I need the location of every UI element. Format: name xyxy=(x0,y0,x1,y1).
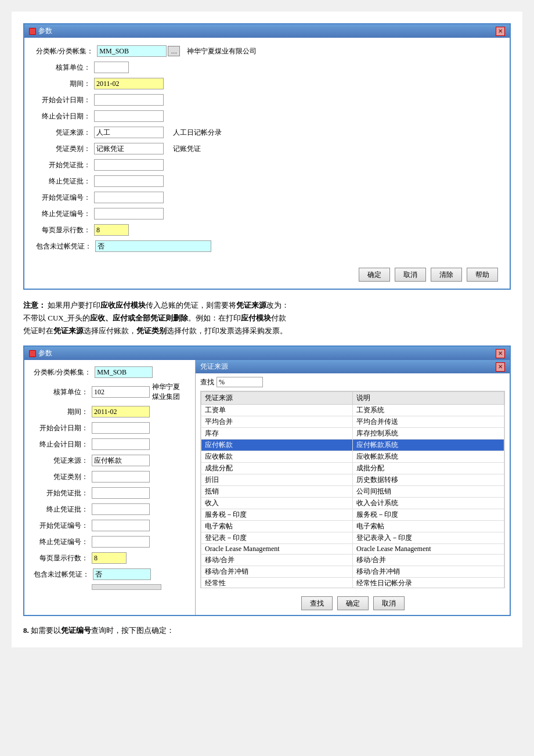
d2-accounting-label: 核算单位： xyxy=(34,387,92,397)
dropdown-table: 凭证来源 说明 工资单工资系统平均合并平均合并传送库存库存控制系统应付帐款应付帐… xyxy=(201,391,504,588)
start-approve-row: 开始凭证批： xyxy=(36,159,498,171)
note-field2: 应收、应付或全部凭证则删除 xyxy=(90,314,188,322)
dialog2-close-button[interactable]: ✕ xyxy=(496,349,505,358)
dialog2: 参数 ✕ 分类帐/分类帐集： 核算单位： 神华宁夏煤业集团 期间： xyxy=(23,345,511,616)
dialog1-close-button[interactable]: ✕ xyxy=(496,27,505,36)
voucher-type-label: 凭证类别： xyxy=(36,144,94,154)
row-desc: 历史数据转移 xyxy=(353,474,504,486)
include-unposted-label: 包含未过帐凭证： xyxy=(36,242,95,251)
note-content5: 。例如：在打印 xyxy=(188,314,241,322)
table-row[interactable]: 登记表－印度登记表录入－印度 xyxy=(201,532,504,544)
cancel-button[interactable]: 取消 xyxy=(395,268,426,282)
d2-end-num-label: 终止凭证编号： xyxy=(34,537,92,547)
per-page-input[interactable] xyxy=(94,224,129,236)
row-source: 平均合并 xyxy=(201,416,353,428)
dialog1-title: 参数 xyxy=(38,26,52,36)
dialog2-right-panel: 凭证来源 ✕ 查找 凭证来源 说明 xyxy=(196,360,510,615)
table-row[interactable]: 移动/合并冲销移动/合并冲销 xyxy=(201,566,504,578)
d2-voucher-source-input[interactable] xyxy=(92,455,150,466)
table-row[interactable]: 电子索帖电子索帖 xyxy=(201,521,504,532)
per-page-label: 每页显示行数： xyxy=(36,225,94,235)
dialog2-title: 参数 xyxy=(38,348,52,358)
row-desc: 收入会计系统 xyxy=(353,498,504,509)
table-row[interactable]: Oracle Lease ManagementOracle Lease Mana… xyxy=(201,544,504,555)
d2-include-input[interactable] xyxy=(93,568,151,580)
dropdown-table-scroll[interactable]: 凭证来源 说明 工资单工资系统平均合并平均合并传送库存库存控制系统应付帐款应付帐… xyxy=(200,391,505,588)
row-source: 折旧 xyxy=(201,474,353,486)
table-row[interactable]: 工资单工资系统 xyxy=(201,405,504,416)
right-panel-close[interactable]: ✕ xyxy=(496,362,505,372)
d2-include-label: 包含未过帐凭证： xyxy=(34,570,93,579)
search-input[interactable] xyxy=(217,377,263,387)
start-approve-input[interactable] xyxy=(94,159,164,171)
confirm-button[interactable]: 确定 xyxy=(359,268,390,282)
table-row[interactable]: 应收帐款应收帐款系统 xyxy=(201,451,504,463)
dialog2-title-icon xyxy=(29,350,36,357)
table-row[interactable]: 平均合并平均合并传送 xyxy=(201,416,504,428)
d2-classify-input[interactable] xyxy=(95,366,153,378)
row-desc: Oracle Lease Management xyxy=(353,544,504,555)
dialog2-body: 分类帐/分类帐集： 核算单位： 神华宁夏煤业集团 期间： 开始会计日期： xyxy=(24,360,510,615)
note-module1: 应收应付模块 xyxy=(100,301,146,309)
d2-period-row: 期间： xyxy=(34,405,186,418)
d2-start-approve-label: 开始凭证批： xyxy=(34,488,92,498)
note-content8: 选择应付账款， xyxy=(84,326,136,335)
start-date-input[interactable] xyxy=(94,94,164,106)
table-row[interactable]: 成批分配成批分配 xyxy=(201,463,504,474)
end-date-input[interactable] xyxy=(94,110,164,122)
d2-start-num-input[interactable] xyxy=(92,520,150,531)
end-approve-label: 终止凭证批： xyxy=(36,177,94,186)
table-row[interactable]: 抵销公司间抵销 xyxy=(201,486,504,498)
end-approve-input[interactable] xyxy=(94,175,164,187)
classify-account-ellipsis[interactable]: … xyxy=(168,46,180,56)
company-name: 神华宁夏煤业有限公司 xyxy=(187,46,257,56)
end-voucher-num-input[interactable] xyxy=(94,208,164,219)
table-row[interactable]: 经常性经常性日记帐分录 xyxy=(201,578,504,589)
d2-classify-label: 分类帐/分类帐集： xyxy=(34,368,95,377)
d2-start-date-label: 开始会计日期： xyxy=(34,423,92,433)
row-desc: 经常性日记帐分录 xyxy=(353,578,504,589)
row-source: 登记表－印度 xyxy=(201,532,353,544)
start-date-label: 开始会计日期： xyxy=(36,95,94,105)
d2-per-page-input[interactable] xyxy=(92,552,127,564)
period-input[interactable] xyxy=(94,78,164,89)
d2-period-input[interactable] xyxy=(92,406,150,417)
note-section: 注意： 如果用户要打印应收应付模块传入总账的凭证，则需要将凭证来源改为： 不带以… xyxy=(23,299,511,337)
table-row[interactable]: 移动/合并移动/合并 xyxy=(201,555,504,566)
search-button[interactable]: 查找 xyxy=(301,596,333,610)
d2-end-date-input[interactable] xyxy=(92,438,150,450)
table-header: 凭证来源 说明 xyxy=(201,392,504,405)
d2-start-approve-input[interactable] xyxy=(92,487,150,499)
accounting-unit-input[interactable] xyxy=(94,62,129,73)
row-desc: 服务税－印度 xyxy=(353,509,504,521)
table-row[interactable]: 库存库存控制系统 xyxy=(201,428,504,440)
note-field3: 应付模块 xyxy=(241,314,271,322)
dialog2-right-title: 凭证来源 ✕ xyxy=(196,360,510,373)
right-confirm-button[interactable]: 确定 xyxy=(337,596,369,610)
include-unposted-input[interactable] xyxy=(95,240,211,252)
d2-end-num-input[interactable] xyxy=(92,536,150,548)
voucher-type-input[interactable] xyxy=(94,143,164,154)
classify-account-input[interactable] xyxy=(97,45,167,57)
d2-end-approve-input[interactable] xyxy=(92,503,150,515)
voucher-source-input[interactable] xyxy=(94,127,164,138)
d2-accounting-input[interactable] xyxy=(92,386,150,398)
row-source: 经常性 xyxy=(201,578,353,589)
row-source: Oracle Lease Management xyxy=(201,544,353,555)
d2-hscrollbar[interactable] xyxy=(92,584,161,590)
table-row[interactable]: 服务税－印度服务税－印度 xyxy=(201,509,504,521)
d2-start-date-input[interactable] xyxy=(92,422,150,434)
table-row[interactable]: 收入收入会计系统 xyxy=(201,498,504,509)
row-source: 移动/合并 xyxy=(201,555,353,566)
clear-button[interactable]: 清除 xyxy=(431,268,462,282)
row-desc: 工资系统 xyxy=(353,405,504,416)
help-button[interactable]: 帮助 xyxy=(467,268,498,282)
row-desc: 成批分配 xyxy=(353,463,504,474)
search-row: 查找 xyxy=(200,377,505,387)
d2-voucher-type-input[interactable] xyxy=(92,471,150,483)
start-voucher-num-input[interactable] xyxy=(94,192,164,203)
table-row[interactable]: 折旧历史数据转移 xyxy=(201,474,504,486)
right-cancel-button[interactable]: 取消 xyxy=(373,596,405,610)
table-row[interactable]: 应付帐款应付帐款系统 xyxy=(201,440,504,451)
row-desc: 公司间抵销 xyxy=(353,486,504,498)
